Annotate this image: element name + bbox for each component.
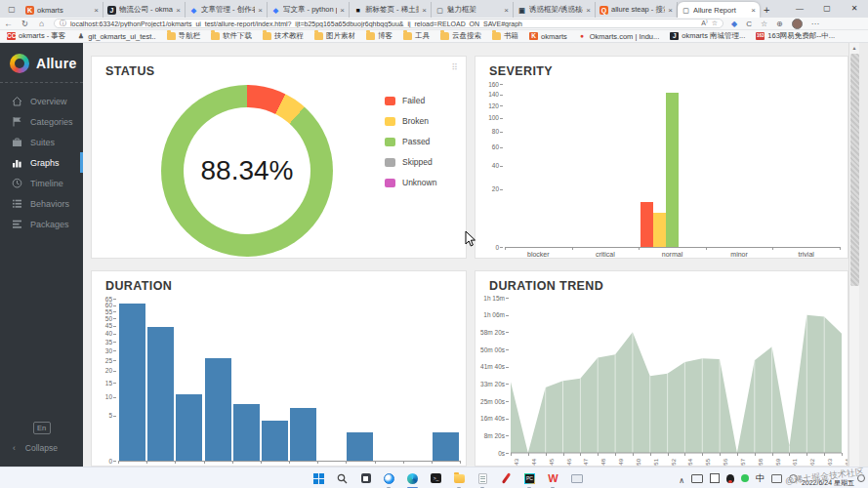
- duration-bar[interactable]: [176, 394, 202, 461]
- taskbar-icon-contacts[interactable]: [383, 472, 395, 485]
- bookmark-item[interactable]: 163163网易免费邮--中...: [756, 31, 835, 41]
- bookmark-item[interactable]: 云盘搜索: [440, 31, 481, 41]
- bookmark-item[interactable]: 博客: [366, 31, 393, 41]
- browser-tab[interactable]: Qallure steap - 搜索×: [596, 2, 678, 18]
- tab-close-icon[interactable]: ×: [340, 6, 345, 15]
- bookmark-item[interactable]: Kokmarts: [529, 32, 567, 41]
- duration-bar[interactable]: [262, 421, 288, 461]
- legend-item-broken[interactable]: Broken: [385, 116, 436, 126]
- taskbar-icon-search[interactable]: [336, 472, 349, 485]
- scrollbar-thumb[interactable]: [850, 54, 859, 286]
- severity-bar-failed[interactable]: [641, 202, 653, 247]
- trend-area-svg[interactable]: [511, 298, 842, 454]
- minimize-button[interactable]: —: [786, 0, 813, 18]
- close-button[interactable]: ✕: [841, 0, 868, 18]
- duration-bar[interactable]: [433, 432, 459, 461]
- tray-icon-qq[interactable]: [726, 474, 734, 483]
- taskbar-icon-wps[interactable]: W: [547, 472, 559, 485]
- taskbar-icon-display[interactable]: [570, 472, 583, 485]
- taskbar-icon-taskview[interactable]: [359, 472, 372, 485]
- sidebar-item-categories[interactable]: Categories: [0, 111, 83, 132]
- bookmark-item[interactable]: CCokmarts - 事客: [7, 31, 65, 41]
- refresh-button[interactable]: ↻: [17, 19, 33, 28]
- taskbar-icon-notepad[interactable]: [476, 472, 489, 485]
- url-text[interactable]: localhost:63342/pythonProject1/okmarts_u…: [70, 20, 697, 27]
- tray-icon-monitor[interactable]: [691, 474, 703, 483]
- taskbar-icon-pen[interactable]: [500, 472, 513, 485]
- duration-bar[interactable]: [233, 404, 260, 461]
- severity-bar-passed[interactable]: [666, 93, 679, 247]
- duration-bar[interactable]: [147, 327, 174, 461]
- browser-tab[interactable]: Kokmarts×: [21, 2, 103, 18]
- profile-avatar[interactable]: [792, 19, 803, 29]
- bookmark-item[interactable]: 工具: [403, 31, 430, 41]
- settings-menu-icon[interactable]: ⋯: [811, 20, 819, 28]
- legend-item-skipped[interactable]: Skipped: [385, 157, 436, 167]
- tray-icon-green-dot[interactable]: [741, 474, 749, 482]
- favorite-star-icon[interactable]: ☆: [712, 20, 718, 27]
- severity-bar-broken[interactable]: [653, 213, 666, 247]
- tab-close-icon[interactable]: ×: [586, 6, 591, 15]
- sidebar-item-overview[interactable]: Overview: [0, 91, 83, 111]
- browser-tab[interactable]: J物流公司 - okmarts剌×: [103, 2, 186, 18]
- tray-icon-box[interactable]: [710, 473, 720, 483]
- tab-close-icon[interactable]: ×: [668, 6, 673, 15]
- tab-close-icon[interactable]: ×: [504, 6, 509, 15]
- browser-tab[interactable]: ■新标签页 - 稀土掘金×: [350, 2, 432, 18]
- duration-bar[interactable]: [205, 358, 231, 461]
- taskbar-icon-terminal[interactable]: >_: [430, 472, 442, 485]
- browser-tab[interactable]: ▢魅力框架×: [432, 2, 514, 18]
- legend-item-unknown[interactable]: Unknown: [385, 178, 436, 187]
- duration-bar[interactable]: [119, 304, 145, 461]
- tab-close-icon[interactable]: ×: [258, 6, 263, 15]
- bookmark-item[interactable]: 软件下载: [211, 31, 252, 41]
- status-donut-chart[interactable]: 88.34%: [161, 85, 333, 257]
- bookmark-item[interactable]: 书籍: [492, 31, 518, 41]
- tab-close-icon[interactable]: ×: [751, 6, 756, 15]
- bookmark-item[interactable]: ♟git_okmarts_ui_test..: [76, 32, 155, 41]
- tray-icon-chevron-up[interactable]: ∧: [679, 469, 684, 487]
- back-button[interactable]: ←: [0, 19, 17, 28]
- sidebar-item-packages[interactable]: Packages: [0, 214, 83, 234]
- ime-indicator[interactable]: 中: [756, 472, 765, 485]
- tab-close-icon[interactable]: ×: [176, 6, 181, 15]
- tab-close-icon[interactable]: ×: [94, 6, 99, 15]
- scrollbar-up-icon[interactable]: ▲: [849, 43, 859, 53]
- split-screen-icon[interactable]: ◆: [731, 20, 737, 28]
- bookmark-item[interactable]: 图片素材: [314, 31, 355, 41]
- language-toggle[interactable]: En: [33, 422, 51, 434]
- browser-tab[interactable]: ▣诱惑框架/诱惑核心 -×: [514, 2, 596, 18]
- taskbar-icon-edge[interactable]: [406, 472, 419, 485]
- collections-icon[interactable]: ⊕: [776, 20, 783, 28]
- taskbar-icon-pycharm[interactable]: PC: [523, 472, 536, 485]
- browser-tab[interactable]: ◆文章管理 - 创作者中⋯×: [186, 2, 268, 18]
- home-button[interactable]: ⌂: [33, 19, 50, 28]
- sidebar-item-timeline[interactable]: Timeline: [0, 173, 83, 193]
- bookmark-item[interactable]: Jokmarts 南城管理...: [670, 31, 745, 41]
- extension-c-icon[interactable]: C: [746, 20, 752, 28]
- maximize-button[interactable]: ▢: [813, 0, 841, 18]
- page-scrollbar[interactable]: ▲: [848, 43, 859, 467]
- bookmark-item[interactable]: 技术教程: [263, 31, 304, 41]
- duration-bar[interactable]: [347, 432, 373, 461]
- touch-keyboard-icon[interactable]: [771, 474, 782, 483]
- read-aloud-icon[interactable]: A⁾: [701, 20, 707, 27]
- sidebar-item-behaviors[interactable]: Behaviors: [0, 193, 83, 214]
- site-info-icon[interactable]: ⓘ: [60, 19, 66, 28]
- taskbar-icon-explorer[interactable]: [453, 472, 466, 485]
- new-tab-button[interactable]: +: [764, 4, 769, 16]
- bookmark-item[interactable]: 导航栏: [167, 31, 201, 41]
- sidebar-item-graphs[interactable]: Graphs: [0, 152, 83, 173]
- collapse-button[interactable]: ‹ Collapse: [0, 443, 83, 453]
- sidebar-item-suites[interactable]: Suites: [0, 132, 83, 152]
- favorites-bar-icon[interactable]: ☆: [761, 20, 767, 28]
- bookmark-item[interactable]: ●Okmarts.com | Indu...: [578, 32, 660, 41]
- drag-handle-icon[interactable]: [451, 62, 458, 72]
- legend-item-failed[interactable]: Failed: [385, 96, 436, 105]
- browser-tab[interactable]: ▢Allure Report×: [678, 2, 760, 18]
- tab-close-icon[interactable]: ×: [422, 6, 427, 15]
- duration-bar[interactable]: [290, 408, 316, 461]
- address-bar[interactable]: ⓘ localhost:63342/pythonProject1/okmarts…: [54, 19, 723, 28]
- taskbar-icon-windows[interactable]: [312, 472, 325, 485]
- browser-tab[interactable]: ◆写文章 - python pyte:×: [268, 2, 350, 18]
